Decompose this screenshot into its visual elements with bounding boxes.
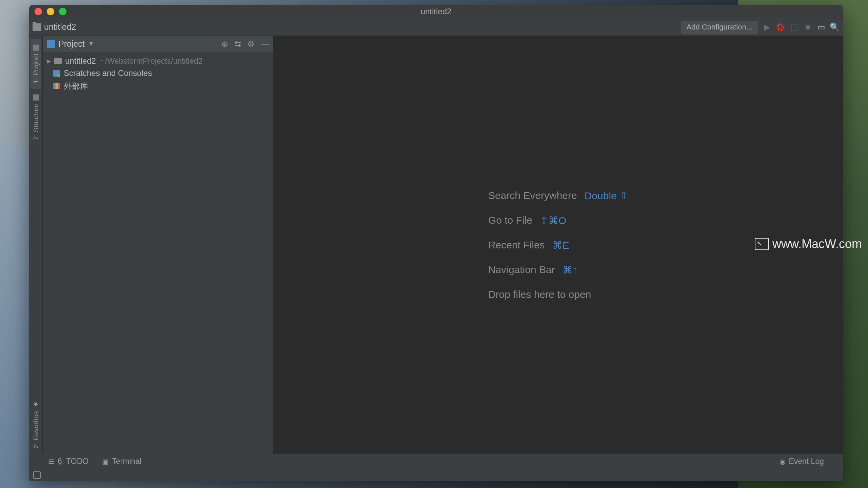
run-icon[interactable]: ▶ [762,22,772,32]
event-log-label: Event Log [789,457,824,466]
terminal-icon: ▣ [102,458,108,466]
chevron-down-icon[interactable]: ▼ [88,40,94,47]
bottom-tab-event-log[interactable]: ◉ Event Log [780,457,824,466]
tree-row-scratches[interactable]: Scratches and Consoles [43,67,273,79]
tip-recent-files: Recent Files ⌘E [488,239,628,251]
breadcrumb-project: untitled2 [44,22,76,32]
tool-windows-icon[interactable] [33,471,41,479]
minimize-window-button[interactable] [47,8,54,15]
add-configuration-button[interactable]: Add Configuration... [681,21,758,34]
bottom-tab-todo[interactable]: ☰ 6: TODO [48,457,88,466]
folder-icon [54,58,62,64]
tree-external-lib-label: 外部库 [64,81,88,92]
gutter-tab-favorites[interactable]: 2: Favorites ★ [31,395,41,454]
ide-window: untitled2 untitled2 Add Configuration...… [29,5,843,481]
tree-row-root[interactable]: ▶ untitled2 ~/WebstormProjects/untitled2 [43,55,273,67]
traffic-lights [35,8,66,15]
tip-goto-file: Go to File ⇧⌘O [488,215,628,226]
gutter-tab-structure[interactable]: 7: Structure [31,89,41,146]
navigation-bar: untitled2 Add Configuration... ▶ 🐞 ⬚ ■ ▭… [29,18,843,36]
window-title: untitled2 [421,7,452,16]
tree-root-name: untitled2 [65,56,96,66]
todo-label: : TODO [62,457,88,466]
structure-icon [33,95,39,101]
tree-row-external-lib[interactable]: 外部库 [43,79,273,93]
project-badge-icon [47,40,55,48]
left-tool-gutter: 1: Project 7: Structure 2: Favorites ★ [29,36,43,454]
gutter-label-project: 1: Project [32,54,40,84]
project-icon [33,45,39,51]
gutter-label-favorites: 2: Favorites [32,411,40,448]
watermark: www.MacW.com [755,237,862,251]
titlebar: untitled2 [29,5,843,18]
gutter-label-structure: 7: Structure [32,103,40,140]
layout-icon[interactable]: ▭ [816,22,826,32]
expand-icon[interactable]: ⇆ [234,39,241,49]
list-icon: ☰ [48,458,54,466]
tree-scratches-label: Scratches and Consoles [64,68,152,78]
event-log-icon: ◉ [780,458,785,466]
coverage-icon[interactable]: ⬚ [789,22,799,32]
gear-icon[interactable]: ⚙ [247,39,255,49]
chevron-right-icon[interactable]: ▶ [47,58,52,64]
hide-icon[interactable]: — [261,39,269,49]
project-tree: ▶ untitled2 ~/WebstormProjects/untitled2… [43,52,273,96]
locate-icon[interactable]: ⊕ [221,39,228,49]
welcome-tips: Search Everywhere Double ⇧ Go to File ⇧⌘… [488,190,628,300]
close-window-button[interactable] [35,8,42,15]
cursor-icon [755,238,769,250]
scratch-icon [53,70,60,77]
library-icon [53,83,60,89]
watermark-text: www.MacW.com [772,237,862,251]
project-sidebar: Project ▼ ⊕ ⇆ ⚙ — ▶ untitled2 ~/Webstorm… [43,36,273,454]
terminal-label: Terminal [112,457,141,466]
tip-search-everywhere: Search Everywhere Double ⇧ [488,190,628,202]
sidebar-header: Project ▼ ⊕ ⇆ ⚙ — [43,36,273,52]
gutter-tab-project[interactable]: 1: Project [31,39,41,89]
status-bar [29,469,843,481]
star-icon: ★ [32,400,40,408]
tip-drop-files: Drop files here to open [488,289,628,300]
maximize-window-button[interactable] [59,8,66,15]
bottom-tab-terminal[interactable]: ▣ Terminal [102,457,141,466]
sidebar-title[interactable]: Project [58,39,85,49]
debug-icon[interactable]: 🐞 [776,22,785,32]
tree-root-path: ~/WebstormProjects/untitled2 [101,57,203,66]
tip-navigation-bar: Navigation Bar ⌘↑ [488,264,628,276]
folder-icon [33,23,41,31]
stop-icon[interactable]: ■ [803,22,812,32]
bottom-toolbar: ☰ 6: TODO ▣ Terminal ◉ Event Log [29,454,843,469]
search-icon[interactable]: 🔍 [830,22,840,32]
breadcrumb[interactable]: untitled2 [33,22,76,32]
main-area: 1: Project 7: Structure 2: Favorites ★ P… [29,36,843,454]
